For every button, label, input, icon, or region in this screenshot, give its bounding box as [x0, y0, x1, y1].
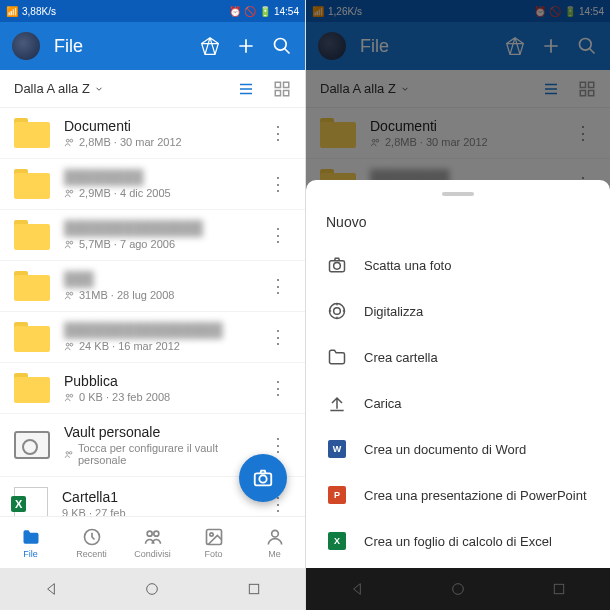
search-icon[interactable] [271, 35, 293, 57]
svg-point-12 [70, 292, 73, 295]
folder-icon [326, 346, 348, 368]
file-meta: 24 KB · 16 mar 2012 [64, 340, 251, 352]
more-button[interactable]: ⋮ [265, 122, 291, 144]
svg-point-7 [66, 190, 69, 193]
svg-rect-1 [275, 82, 280, 87]
file-meta: 31MB · 28 lug 2008 [64, 289, 251, 301]
svg-point-40 [330, 304, 345, 319]
svg-point-11 [66, 292, 69, 295]
page-title: File [54, 36, 185, 57]
file-meta: 2,9MB · 4 dic 2005 [64, 187, 251, 199]
svg-point-26 [271, 530, 278, 537]
folder-icon [14, 169, 50, 199]
more-button[interactable]: ⋮ [265, 377, 291, 399]
svg-rect-28 [249, 584, 258, 593]
file-name: Vault personale [64, 424, 251, 440]
file-meta: 9 KB · 27 feb [62, 507, 251, 516]
svg-point-41 [334, 308, 341, 315]
sort-bar: Dalla A alla Z [0, 70, 305, 108]
nav-file[interactable]: File [0, 517, 61, 568]
sheet-handle[interactable] [442, 192, 474, 196]
back-button[interactable] [43, 581, 59, 597]
file-name: ████████████████ [64, 322, 251, 338]
svg-point-39 [334, 263, 341, 270]
svg-point-23 [153, 531, 158, 536]
file-item[interactable]: Pubblica 0 KB · 23 feb 2008 ⋮ [0, 363, 305, 414]
sheet-excel[interactable]: X Crea un foglio di calcolo di Excel [306, 518, 610, 564]
svg-point-5 [66, 139, 69, 142]
file-item[interactable]: ████████ 2,9MB · 4 dic 2005 ⋮ [0, 159, 305, 210]
battery-icon: 🔋 [259, 6, 271, 17]
sort-button[interactable]: Dalla A alla Z [14, 81, 104, 96]
svg-point-25 [209, 532, 212, 535]
list-view-icon[interactable] [237, 80, 255, 98]
status-bar: 📶 3,88K/s ⏰ 🚫 🔋 14:54 [0, 0, 305, 22]
file-meta: 2,8MB · 30 mar 2012 [64, 136, 251, 148]
powerpoint-icon: P [328, 486, 346, 504]
svg-rect-3 [275, 90, 280, 95]
svg-point-13 [66, 343, 69, 346]
svg-point-22 [147, 531, 152, 536]
nav-recent[interactable]: Recenti [61, 517, 122, 568]
svg-point-16 [70, 394, 73, 397]
svg-point-15 [66, 394, 69, 397]
file-name: ███ [64, 271, 251, 287]
svg-rect-4 [284, 90, 289, 95]
excel-file-icon [14, 487, 48, 516]
avatar[interactable] [12, 32, 40, 60]
nav-me[interactable]: Me [244, 517, 305, 568]
fab-camera[interactable] [239, 454, 287, 502]
svg-point-9 [66, 241, 69, 244]
file-meta: 5,7MB · 7 ago 2006 [64, 238, 251, 250]
file-item[interactable]: ██████████████ 5,7MB · 7 ago 2006 ⋮ [0, 210, 305, 261]
svg-point-17 [66, 451, 68, 453]
svg-rect-2 [284, 82, 289, 87]
more-button[interactable]: ⋮ [265, 173, 291, 195]
sheet-take-photo[interactable]: Scatta una foto [306, 242, 610, 288]
sheet-title: Nuovo [306, 208, 610, 242]
vault-icon [14, 431, 50, 459]
dnd-icon: 🚫 [244, 6, 256, 17]
word-icon: W [328, 440, 346, 458]
svg-point-0 [275, 39, 287, 51]
file-meta: 0 KB · 23 feb 2008 [64, 391, 251, 403]
screen-right: 📶 1,26K/s ⏰ 🚫 🔋 14:54 File Dalla A alla … [305, 0, 610, 610]
more-button[interactable]: ⋮ [265, 434, 291, 456]
add-icon[interactable] [235, 35, 257, 57]
recent-button[interactable] [246, 581, 262, 597]
scan-icon [326, 300, 348, 322]
nav-photo[interactable]: Foto [183, 517, 244, 568]
more-button[interactable]: ⋮ [265, 275, 291, 297]
network-speed: 3,88K/s [22, 6, 56, 17]
more-button[interactable]: ⋮ [265, 224, 291, 246]
android-nav [0, 568, 305, 610]
nav-shared[interactable]: Condivisi [122, 517, 183, 568]
more-button[interactable]: ⋮ [265, 326, 291, 348]
file-name: Documenti [64, 118, 251, 134]
premium-icon[interactable] [199, 35, 221, 57]
sheet-create-folder[interactable]: Crea cartella [306, 334, 610, 380]
bottom-sheet: Nuovo Scatta una foto Digitalizza Crea c… [306, 180, 610, 568]
screen-left: 📶 3,88K/s ⏰ 🚫 🔋 14:54 File Dalla A alla … [0, 0, 305, 610]
file-item[interactable]: Documenti 2,8MB · 30 mar 2012 ⋮ [0, 108, 305, 159]
sheet-upload[interactable]: Carica [306, 380, 610, 426]
svg-point-10 [70, 241, 73, 244]
grid-view-icon[interactable] [273, 80, 291, 98]
file-meta: Tocca per configurare il vault personale [64, 442, 251, 466]
app-bar: File [0, 22, 305, 70]
svg-point-20 [259, 475, 266, 482]
excel-icon: X [328, 532, 346, 550]
home-button[interactable] [144, 581, 160, 597]
file-item[interactable]: ████████████████ 24 KB · 16 mar 2012 ⋮ [0, 312, 305, 363]
file-name: ████████ [64, 169, 251, 185]
sheet-powerpoint[interactable]: P Crea una presentazione di PowerPoint [306, 472, 610, 518]
svg-point-18 [69, 451, 71, 453]
chevron-down-icon [94, 84, 104, 94]
folder-icon [14, 118, 50, 148]
clock: 14:54 [274, 6, 299, 17]
sheet-word[interactable]: W Crea un documento di Word [306, 426, 610, 472]
file-item[interactable]: ███ 31MB · 28 lug 2008 ⋮ [0, 261, 305, 312]
svg-point-14 [70, 343, 73, 346]
svg-point-27 [147, 584, 158, 595]
sheet-scan[interactable]: Digitalizza [306, 288, 610, 334]
